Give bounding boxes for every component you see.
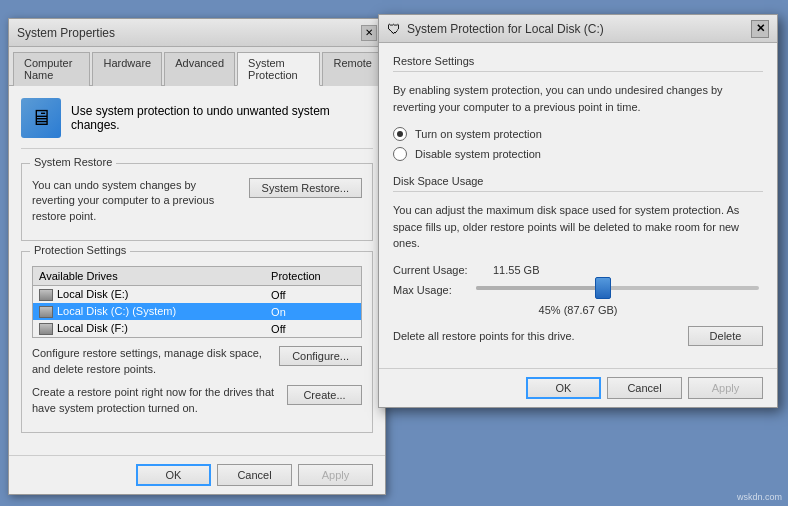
- watermark: wskdn.com: [737, 492, 782, 502]
- current-usage-row: Current Usage: 11.55 GB: [393, 264, 763, 276]
- system-properties-window: System Properties ✕ Computer Name Hardwa…: [8, 18, 386, 495]
- dialog-bottom-buttons: OK Cancel Apply: [379, 368, 777, 407]
- drive-name: Local Disk (C:) (System): [57, 305, 176, 317]
- table-row[interactable]: Local Disk (E:) Off: [33, 286, 362, 304]
- system-props-bottom-buttons: OK Cancel Apply: [9, 455, 385, 494]
- restore-settings-desc: By enabling system protection, you can u…: [393, 82, 763, 115]
- system-restore-label: System Restore: [30, 156, 116, 168]
- drive-icon: [39, 306, 53, 318]
- slider-pct: 45% (87.67 GB): [393, 304, 763, 316]
- system-props-content: Use system protection to undo unwanted s…: [9, 86, 385, 455]
- system-restore-button[interactable]: System Restore...: [249, 178, 362, 198]
- radio-turn-on-label: Turn on system protection: [415, 128, 542, 140]
- shield-icon: 🛡: [387, 21, 401, 37]
- protection-value: On: [265, 303, 361, 320]
- system-props-close-button[interactable]: ✕: [361, 25, 377, 41]
- current-usage-label: Current Usage:: [393, 264, 493, 276]
- restore-settings-section: Restore Settings By enabling system prot…: [393, 55, 763, 161]
- disk-space-heading: Disk Space Usage: [393, 175, 763, 187]
- system-props-tabs: Computer Name Hardware Advanced System P…: [9, 47, 385, 86]
- sys-protection-dialog: 🛡 System Protection for Local Disk (C:) …: [378, 14, 778, 408]
- max-usage-slider-container: [472, 286, 763, 290]
- dialog-title-left: 🛡 System Protection for Local Disk (C:): [387, 21, 604, 37]
- system-restore-text: You can undo system changes by reverting…: [32, 178, 241, 224]
- drive-icon: [39, 289, 53, 301]
- radio-disable-circle: [393, 147, 407, 161]
- slider-fill: [476, 286, 603, 290]
- table-row[interactable]: Local Disk (F:) Off: [33, 320, 362, 338]
- system-restore-section: System Restore You can undo system chang…: [21, 163, 373, 241]
- table-row[interactable]: Local Disk (C:) (System) On: [33, 303, 362, 320]
- disk-space-section: Disk Space Usage You can adjust the maxi…: [393, 175, 763, 346]
- slider-track: [476, 286, 759, 290]
- dialog-close-button[interactable]: ✕: [751, 20, 769, 38]
- tab-hardware[interactable]: Hardware: [92, 52, 162, 86]
- restore-settings-heading: Restore Settings: [393, 55, 763, 67]
- configure-row: Configure restore settings, manage disk …: [32, 346, 362, 377]
- configure-button[interactable]: Configure...: [279, 346, 362, 366]
- cancel-button[interactable]: Cancel: [217, 464, 292, 486]
- protection-settings-label: Protection Settings: [30, 244, 130, 256]
- create-row: Create a restore point right now for the…: [32, 385, 362, 416]
- dialog-content: Restore Settings By enabling system prot…: [379, 43, 777, 368]
- drives-table: Available Drives Protection Local Disk (…: [32, 266, 362, 338]
- drive-name: Local Disk (E:): [57, 288, 129, 300]
- system-props-titlebar: System Properties ✕: [9, 19, 385, 47]
- protection-value: Off: [265, 286, 361, 304]
- tab-system-protection[interactable]: System Protection: [237, 52, 320, 86]
- create-button[interactable]: Create...: [287, 385, 362, 405]
- disk-desc: You can adjust the maximum disk space us…: [393, 202, 763, 252]
- delete-row: Delete all restore points for this drive…: [393, 326, 763, 346]
- dialog-cancel-button[interactable]: Cancel: [607, 377, 682, 399]
- protection-settings-section: Protection Settings Available Drives Pro…: [21, 251, 373, 433]
- dialog-apply-button[interactable]: Apply: [688, 377, 763, 399]
- slider-thumb[interactable]: [595, 277, 611, 299]
- system-icon-inner: [21, 98, 61, 138]
- radio-disable-label: Disable system protection: [415, 148, 541, 160]
- delete-button[interactable]: Delete: [688, 326, 763, 346]
- dialog-titlebar: 🛡 System Protection for Local Disk (C:) …: [379, 15, 777, 43]
- current-usage-value: 11.55 GB: [493, 264, 539, 276]
- tab-advanced[interactable]: Advanced: [164, 52, 235, 86]
- tab-computer-name[interactable]: Computer Name: [13, 52, 90, 86]
- disk-divider: [393, 191, 763, 192]
- radio-disable[interactable]: Disable system protection: [393, 147, 763, 161]
- top-info-text: Use system protection to undo unwanted s…: [71, 104, 373, 132]
- delete-text: Delete all restore points for this drive…: [393, 330, 575, 342]
- col-protection: Protection: [265, 267, 361, 286]
- drive-name: Local Disk (F:): [57, 322, 128, 334]
- apply-button[interactable]: Apply: [298, 464, 373, 486]
- radio-turn-on[interactable]: Turn on system protection: [393, 127, 763, 141]
- restore-settings-divider: [393, 71, 763, 72]
- system-icon: [21, 98, 61, 138]
- protection-value: Off: [265, 320, 361, 338]
- top-info-section: Use system protection to undo unwanted s…: [21, 98, 373, 149]
- dialog-title-text: System Protection for Local Disk (C:): [407, 22, 604, 36]
- system-props-title: System Properties: [17, 26, 115, 40]
- tab-remote[interactable]: Remote: [322, 52, 383, 86]
- max-usage-row: Max Usage:: [393, 284, 763, 296]
- col-drives: Available Drives: [33, 267, 266, 286]
- dialog-ok-button[interactable]: OK: [526, 377, 601, 399]
- drive-icon: [39, 323, 53, 335]
- ok-button[interactable]: OK: [136, 464, 211, 486]
- create-text: Create a restore point right now for the…: [32, 385, 279, 416]
- max-usage-label: Max Usage:: [393, 284, 472, 296]
- configure-text: Configure restore settings, manage disk …: [32, 346, 271, 377]
- radio-turn-on-circle: [393, 127, 407, 141]
